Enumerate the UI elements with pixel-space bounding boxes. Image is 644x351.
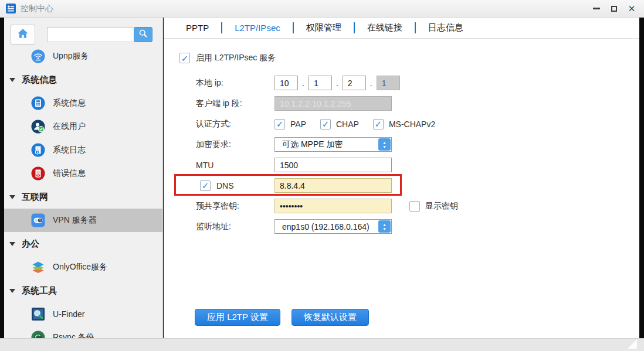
local-ip-octet-1[interactable]	[274, 76, 298, 90]
search-input[interactable]	[47, 27, 134, 42]
section-label: 系统信息	[22, 74, 57, 86]
dns-label: DNS	[216, 181, 234, 190]
sidebar-item-ufinder[interactable]: U-Finder	[4, 302, 162, 326]
sidebar-section-internet[interactable]: 互联网	[4, 185, 162, 209]
sidebar-item-upnp[interactable]: Upnp服务	[4, 45, 162, 68]
title-bar: 控制中心 ✕	[0, 0, 644, 18]
sidebar-section-office[interactable]: 办公	[4, 232, 162, 255]
tab-pptp[interactable]: PPTP	[174, 23, 221, 33]
listen-address-value: enp1s0 (192.168.0.164)	[275, 222, 378, 231]
encryption-dropdown[interactable]: 可选 MPPE 加密 ▲▼	[274, 137, 392, 152]
search-icon	[138, 28, 148, 41]
home-button[interactable]	[11, 25, 35, 45]
tab-permissions[interactable]: 权限管理	[294, 22, 354, 33]
local-ip-octet-3[interactable]	[343, 76, 366, 90]
window-title: 控制中心	[21, 4, 53, 14]
minimize-button[interactable]	[592, 5, 601, 13]
client-ip-range-label: 客户端 ip 段:	[196, 98, 274, 109]
sidebar-item-rsync-backup[interactable]: Rsync 备份	[4, 326, 162, 338]
local-ip-row: 本地 ip: . . .	[196, 73, 639, 93]
local-ip-octet-4	[377, 76, 400, 90]
tab-bar: PPTP L2TP/IPsec 权限管理 在线链接 日志信息	[164, 18, 639, 39]
sidebar-item-error-info[interactable]: 错误信息	[4, 162, 162, 185]
upnp-icon	[31, 49, 45, 63]
sidebar-item-label: OnlyOffice服务	[53, 262, 107, 272]
sidebar-item-label: U-Finder	[53, 309, 84, 319]
spinner-arrows-icon[interactable]: ▲▼	[378, 138, 391, 151]
pap-label: PAP	[290, 120, 306, 129]
tab-online-links[interactable]: 在线链接	[355, 22, 415, 33]
ip-dot: .	[336, 79, 338, 88]
enable-l2tp-row: 启用 L2TP/IPsec 服务	[179, 50, 639, 66]
client-ip-range-row: 客户端 ip 段:	[196, 93, 639, 114]
apply-l2tp-button[interactable]: 应用 L2TP 设置	[195, 309, 280, 326]
local-ip-label: 本地 ip:	[196, 78, 274, 88]
sidebar-section-system-tools[interactable]: 系统工具	[4, 279, 162, 302]
sidebar-item-label: 在线用户	[53, 121, 86, 132]
section-label: 互联网	[22, 192, 48, 203]
search-button[interactable]	[134, 27, 152, 42]
chap-checkbox[interactable]	[320, 119, 331, 130]
chevron-down-icon	[9, 242, 15, 246]
encryption-label: 加密要求:	[196, 139, 274, 150]
onlyoffice-icon	[31, 260, 45, 274]
home-icon	[16, 27, 29, 42]
ip-dot: .	[302, 79, 304, 88]
spinner-arrows-icon[interactable]: ▲▼	[378, 220, 391, 233]
dns-checkbox[interactable]	[200, 180, 211, 191]
main-panel: PPTP L2TP/IPsec 权限管理 在线链接 日志信息 启用 L2TP/I…	[164, 18, 639, 338]
psk-row: 预共享密钥: 显示密钥	[196, 196, 639, 216]
client-ip-range-input	[274, 96, 392, 111]
show-key-group: 显示密钥	[409, 201, 458, 212]
chevron-down-icon	[9, 289, 15, 293]
listen-address-dropdown[interactable]: enp1s0 (192.168.0.164) ▲▼	[274, 219, 392, 234]
section-label: 系统工具	[22, 285, 57, 297]
dns-row: DNS	[196, 175, 639, 196]
restore-defaults-button[interactable]: 恢复默认设置	[292, 309, 369, 326]
enable-l2tp-checkbox[interactable]	[179, 53, 190, 63]
system-info-icon	[31, 96, 45, 110]
sidebar-item-system-log[interactable]: 系统日志	[4, 138, 162, 162]
show-key-checkbox[interactable]	[409, 201, 420, 212]
error-info-icon	[31, 166, 45, 180]
psk-label: 预共享密钥:	[196, 201, 274, 212]
tab-log-info[interactable]: 日志信息	[416, 22, 476, 33]
status-bar	[0, 338, 644, 351]
dns-label-cell: DNS	[196, 180, 274, 191]
action-buttons: 应用 L2TP 设置 恢复默认设置	[195, 309, 369, 326]
ip-dot: .	[370, 79, 372, 88]
resize-grip-icon[interactable]	[628, 339, 637, 349]
tab-l2tp-ipsec[interactable]: L2TP/IPsec	[222, 23, 293, 33]
psk-input[interactable]	[274, 199, 392, 213]
chevron-down-icon	[9, 78, 15, 82]
auth-method-row: 认证方式: PAP CHAP MS-CHAPv2	[196, 114, 639, 134]
sidebar-item-label: VPN 服务器	[53, 215, 97, 226]
sidebar-search-row	[11, 25, 162, 45]
section-label: 办公	[22, 238, 39, 250]
sidebar-item-vpn-server[interactable]: VPN 服务器	[4, 209, 162, 232]
rsync-backup-icon	[31, 330, 45, 338]
auth-method-label: 认证方式:	[196, 119, 274, 130]
sidebar-item-online-users[interactable]: 在线用户	[4, 115, 162, 138]
mschapv2-checkbox[interactable]	[373, 119, 384, 130]
pap-checkbox[interactable]	[274, 119, 285, 130]
l2tp-form: 本地 ip: . . . 客户端 ip 段: 认证方式: PAP CHAP	[196, 73, 639, 237]
enable-l2tp-label: 启用 L2TP/IPsec 服务	[196, 53, 276, 63]
sidebar-item-onlyoffice[interactable]: OnlyOffice服务	[4, 255, 162, 279]
sidebar-item-label: Rsync 备份	[53, 332, 94, 338]
pap-group: PAP	[274, 119, 306, 130]
mschapv2-label: MS-CHAPv2	[389, 120, 435, 129]
sidebar-item-system-info[interactable]: 系统信息	[4, 91, 162, 115]
online-users-icon	[31, 120, 45, 134]
close-button[interactable]: ✕	[628, 5, 636, 13]
maximize-button[interactable]	[610, 5, 618, 13]
sidebar-section-system-info[interactable]: 系统信息	[4, 68, 162, 91]
sidebar-item-label: Upnp服务	[53, 51, 89, 62]
dns-input[interactable]	[274, 178, 392, 193]
local-ip-octet-2[interactable]	[309, 76, 332, 90]
mschapv2-group: MS-CHAPv2	[373, 119, 435, 130]
mtu-input[interactable]	[274, 158, 392, 172]
chap-group: CHAP	[320, 119, 359, 130]
listen-address-row: 监听地址: enp1s0 (192.168.0.164) ▲▼	[196, 216, 639, 237]
sidebar-item-label: 错误信息	[53, 168, 86, 179]
